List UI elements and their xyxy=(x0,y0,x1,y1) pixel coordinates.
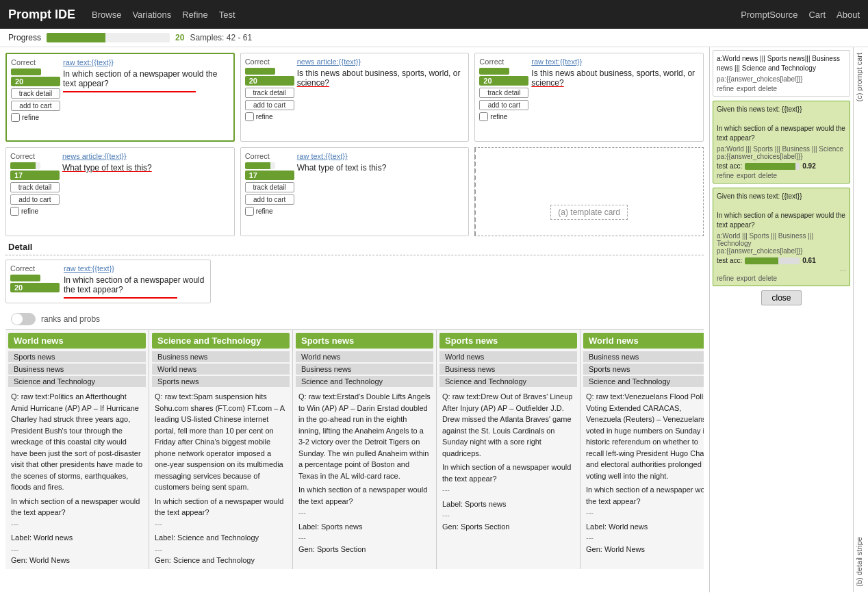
stripe-tag-2-0[interactable]: World news xyxy=(296,351,433,362)
stripe-col-1-gen: Gen: Science and Technology xyxy=(155,555,287,566)
left-area: Correct 20 track detail add to cart refi… xyxy=(0,47,709,592)
detail-section: Detail Correct 20 raw text:{{text}} In w… xyxy=(5,242,704,303)
stripe-tag-4-2[interactable]: Science and Technology xyxy=(583,376,704,387)
ranks-probs-toggle[interactable] xyxy=(11,313,36,325)
stripe-col-4: World news Business news Sports news Sci… xyxy=(580,330,704,569)
stripe-col-4-q: Q: raw text:Venezuelans Flood Polls, Vot… xyxy=(586,391,704,481)
sidebar-item-0-refine[interactable]: refine xyxy=(717,85,734,92)
card-1-track[interactable]: track detail xyxy=(245,88,294,98)
nav-refine[interactable]: Refine xyxy=(182,10,208,20)
nav-browse[interactable]: Browse xyxy=(92,10,121,20)
card-3-cart[interactable]: add to cart xyxy=(10,194,60,205)
stripe-col-0-gen: Gen: World News xyxy=(11,555,143,566)
card-1-refine-check[interactable] xyxy=(245,112,254,121)
sidebar-close-button[interactable]: close xyxy=(761,290,801,305)
template-cards-top: Correct 20 track detail add to cart refi… xyxy=(5,53,704,236)
nav-test[interactable]: Test xyxy=(219,10,235,20)
card-0-cart[interactable]: add to cart xyxy=(11,101,60,111)
sidebar-item-1-refine[interactable]: refine xyxy=(717,172,734,179)
template-card-3: Correct 17 track detail add to cart refi… xyxy=(5,147,235,236)
sidebar-item-1: Given this news text: {{text}}In which s… xyxy=(713,101,850,184)
card-3-question: What type of text is this? xyxy=(62,163,230,173)
stripe-tag-0-0[interactable]: Sports news xyxy=(8,351,146,362)
sidebar-item-2-export[interactable]: export xyxy=(737,275,756,282)
card-4-refine-check[interactable] xyxy=(245,207,254,216)
nav-variations[interactable]: Variations xyxy=(132,10,171,20)
nav-cart[interactable]: Cart xyxy=(808,10,826,20)
nav-promptsource[interactable]: PromptSource xyxy=(741,10,797,20)
stripe-col-4-q2: In which section of a newspaper would th… xyxy=(586,484,704,507)
stripe-tag-3-0[interactable]: World news xyxy=(439,351,577,362)
detail-card: Correct 20 raw text:{{text}} In which se… xyxy=(5,260,211,303)
card-1-cart[interactable]: add to cart xyxy=(245,100,294,110)
stripe-col-0-label: Label: World news xyxy=(11,532,143,544)
card-4-cart[interactable]: add to cart xyxy=(245,194,294,205)
stripe-tag-4-1[interactable]: Sports news xyxy=(583,364,704,375)
testacc-1-label: test acc: xyxy=(717,162,742,170)
bottom-stripe: World news Sports news Business news Sci… xyxy=(5,329,704,569)
sidebar-item-2-refine[interactable]: refine xyxy=(717,275,734,282)
navbar: Prompt IDE Browse Variations Refine Test… xyxy=(0,0,868,29)
testacc-2-label: test acc: xyxy=(717,257,742,264)
card-4-question: What type of text is this? xyxy=(297,163,465,173)
stripe-tag-3-1[interactable]: Business news xyxy=(439,364,577,375)
stripe-tag-3-2[interactable]: Science and Technology xyxy=(439,376,577,387)
stripe-tag-2-2[interactable]: Science and Technology xyxy=(296,376,433,387)
stripe-col-2-header: Sports news xyxy=(296,333,433,349)
sidebar-item-2-delete[interactable]: delete xyxy=(758,275,777,282)
detail-question: In which section of a newspaper would th… xyxy=(64,275,206,294)
stripe-tag-1-1[interactable]: World news xyxy=(152,364,290,375)
cards-grid-top: Correct 20 track detail add to cart refi… xyxy=(5,53,704,142)
stripe-col-1-q: Q: raw text:Spam suspension hits Sohu.co… xyxy=(155,391,287,493)
sidebar-item-2: Given this news text: {{text}}In which s… xyxy=(713,188,850,286)
cards-grid-bottom: Correct 17 track detail add to cart refi… xyxy=(5,147,704,236)
card-4-source[interactable]: raw text:{{text}} xyxy=(297,152,465,160)
sidebar-item-0-text: a:World news ||| Sports news||| Business… xyxy=(717,54,846,73)
stripe-col-3-label: Label: Sports news xyxy=(442,499,574,510)
card-2-refine-check[interactable] xyxy=(479,112,488,121)
card-0-question: In which section of a newspaper would th… xyxy=(63,69,229,88)
card-1-source[interactable]: news article:{{text}} xyxy=(297,58,465,66)
stripe-tag-1-2[interactable]: Sports news xyxy=(152,376,290,387)
sidebar-item-2-text: Given this news text: {{text}}In which s… xyxy=(717,192,846,230)
detail-title: Detail xyxy=(5,242,704,252)
card-0-track[interactable]: track detail xyxy=(11,88,60,99)
stripe-tag-1-0[interactable]: Business news xyxy=(152,351,290,362)
card-2-source[interactable]: raw text:{{text}} xyxy=(531,58,699,66)
sidebar-item-1-delete[interactable]: delete xyxy=(758,172,777,179)
card-0-source[interactable]: raw text:{{text}} xyxy=(63,58,229,66)
card-3-track[interactable]: track detail xyxy=(10,182,60,192)
card-2-cart[interactable]: add to cart xyxy=(479,100,528,110)
nav-about[interactable]: About xyxy=(837,10,860,20)
card-4-track[interactable]: track detail xyxy=(245,182,294,192)
progress-label: Progress xyxy=(8,33,41,42)
template-card-1: Correct 20 track detail add to cart refi… xyxy=(240,53,470,142)
label-c: (c) prompt cart xyxy=(854,50,868,105)
testacc-2-val: 0.61 xyxy=(802,257,815,264)
sidebar-item-1-export[interactable]: export xyxy=(737,172,756,179)
stripe-tag-0-2[interactable]: Science and Technology xyxy=(8,376,146,387)
toggle-section: ranks and probs xyxy=(5,309,704,329)
card-3-source[interactable]: news article:{{text}} xyxy=(62,152,230,160)
card-2-question: Is this news about business, sports, wor… xyxy=(531,68,699,88)
label-b: (b) detail stripe xyxy=(854,534,868,590)
card-2-track[interactable]: track detail xyxy=(479,88,528,98)
toggle-label: ranks and probs xyxy=(41,314,100,324)
detail-source[interactable]: raw text:{{text}} xyxy=(64,264,206,273)
stripe-tag-4-0[interactable]: Business news xyxy=(583,351,704,362)
stripe-col-4-gen: Gen: World News xyxy=(586,544,704,555)
sidebar-item-0-delete[interactable]: delete xyxy=(758,85,777,92)
stripe-col-3-gen: Gen: Sports Section xyxy=(442,521,574,533)
card-3-refine-check[interactable] xyxy=(10,207,19,216)
testacc-1-val: 0.92 xyxy=(802,162,815,170)
stripe-col-2: Sports news World news Business news Sci… xyxy=(293,330,437,569)
stripe-tag-2-1[interactable]: Business news xyxy=(296,364,433,375)
stripe-tag-0-1[interactable]: Business news xyxy=(8,364,146,375)
stripe-col-1-header: Science and Technology xyxy=(152,333,290,349)
progress-section: Progress 20 Samples: 42 - 61 xyxy=(0,29,868,47)
sidebar-item-0-export[interactable]: export xyxy=(737,85,756,92)
template-card-2: Correct 20 track detail add to cart refi… xyxy=(474,53,704,142)
main-layout: Correct 20 track detail add to cart refi… xyxy=(0,47,868,592)
stripe-col-3: Sports news World news Business news Sci… xyxy=(437,330,580,569)
card-0-refine-check[interactable] xyxy=(11,113,20,122)
